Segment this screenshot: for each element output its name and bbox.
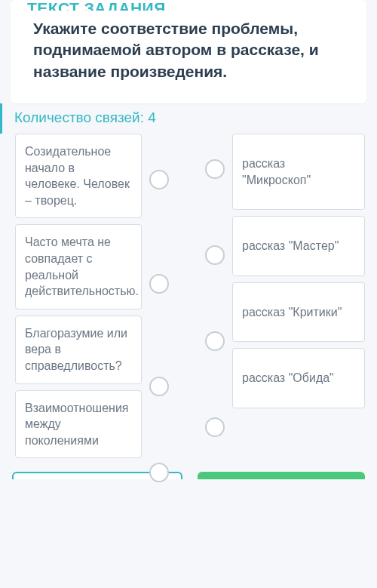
left-column: Созидательное начало в человеке. Человек… <box>15 134 142 458</box>
right-item[interactable]: рассказ "Обида" <box>232 348 365 408</box>
matching-area: Созидательное начало в человеке. Человек… <box>0 134 377 458</box>
connector-handle-left[interactable] <box>149 463 169 482</box>
left-item[interactable]: Часто мечта не совпадает с реальной дейс… <box>15 224 142 309</box>
connector-handle-right[interactable] <box>205 245 225 265</box>
left-item[interactable]: Созидательное начало в человеке. Человек… <box>15 134 142 218</box>
question-card: ТЕКСТ ЗАДАНИЯ Укажите соответствие пробл… <box>11 0 366 103</box>
left-item[interactable]: Благоразумие или вера в справедливость? <box>15 316 142 384</box>
connector-handle-right[interactable] <box>205 331 225 351</box>
connector-handle-left[interactable] <box>149 170 169 189</box>
section-header: ТЕКСТ ЗАДАНИЯ <box>11 0 366 11</box>
footer-buttons <box>0 458 377 479</box>
connector-handle-right[interactable] <box>205 159 225 179</box>
right-item[interactable]: рассказ "Микроскоп" <box>232 134 365 210</box>
right-column: рассказ "Микроскоп" рассказ "Мастер" рас… <box>232 134 365 458</box>
right-item[interactable]: рассказ "Мастер" <box>232 216 365 276</box>
connector-area <box>142 134 232 458</box>
connections-count: Количество связей: 4 <box>0 103 377 134</box>
right-item[interactable]: рассказ "Критики" <box>232 282 365 343</box>
connector-handle-right[interactable] <box>205 417 225 437</box>
question-text: Укажите соответствие проблемы, поднимаем… <box>11 11 366 96</box>
left-item[interactable]: Взаимоотношения между поколениями <box>15 390 142 459</box>
connector-handle-left[interactable] <box>149 274 169 294</box>
connector-handle-left[interactable] <box>149 377 169 396</box>
primary-button[interactable] <box>198 472 365 479</box>
